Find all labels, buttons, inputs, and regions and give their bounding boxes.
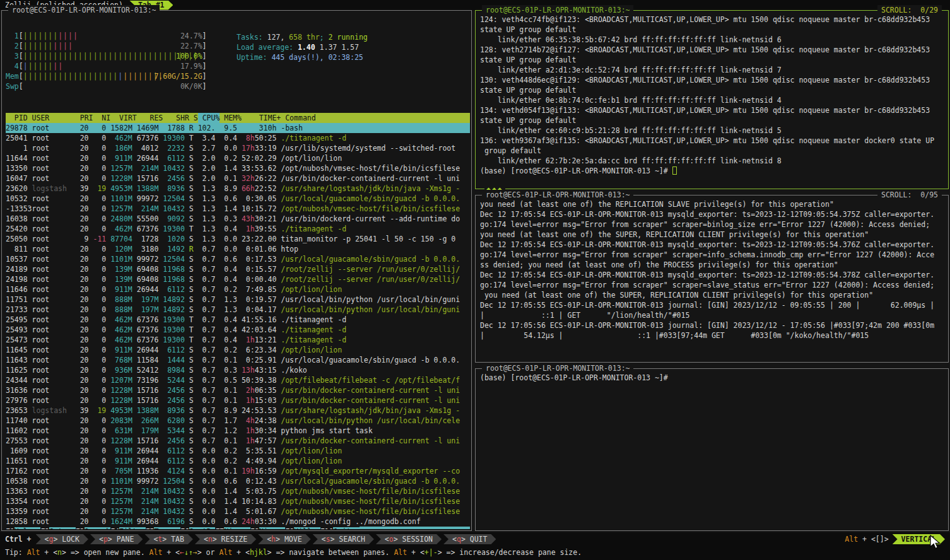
process-row[interactable]: -13353 root20 0 1257M 214M 10432 S 1.3 1… <box>6 204 470 214</box>
cell-command: python jms start task <box>281 426 470 436</box>
process-row[interactable]: 10532 root20 0 1101M 99972 12504 S 1.3 0… <box>6 194 470 204</box>
cell-cpu: 0.0 <box>198 496 216 506</box>
zellij-screen: Zellij (polished-accordion) Tab #1 root@… <box>0 0 950 560</box>
cell-user: root <box>32 446 76 456</box>
fkey-item[interactable]: F10Quit <box>320 527 360 529</box>
process-row[interactable]: 27553 root20 0 1228M 15716 2456 S 0.7 0.… <box>6 436 470 446</box>
column-gap <box>237 496 242 506</box>
process-row[interactable]: 25050 root9 -11 87704 1728 1020 S 1.3 0.… <box>6 234 470 244</box>
process-row[interactable]: 13363 root20 0 1257M 214M 10432 S 0.0 1.… <box>6 486 470 496</box>
process-row[interactable]: 10537 root20 0 1101M 99972 12504 S 0.7 0… <box>6 254 470 264</box>
process-row[interactable]: 25473 root20 0 462M 67376 19300 T 0.7 0.… <box>6 335 470 345</box>
process-row[interactable]: 11645 root20 0 911M 26944 6112 S 0.7 0.2… <box>6 345 470 355</box>
keybind-ribbon-tab[interactable]: <t> TAB <box>144 534 193 544</box>
pane-terminal-bottom[interactable]: root@ECS-01P-LR-OPR-MONITOR-013:~ (base)… <box>475 368 949 531</box>
fkey-item[interactable]: F3Search <box>76 527 110 529</box>
cell-virt: 1228M <box>110 385 132 395</box>
process-row[interactable]: 16038 root20 0 2480M 55500 9092 S 1.3 0.… <box>6 214 470 224</box>
cell-command: /usr/bin/dockerd-current --add-runtime d… <box>281 214 470 224</box>
process-row[interactable]: 23653 logstash39 19 4953M 1388M 8936 S 0… <box>6 405 470 416</box>
process-row[interactable]: 29878 root20 0 1582M 1469M 1788 R 102. 9… <box>6 123 470 133</box>
keybind-ribbon-quit[interactable]: <q> QUIT <box>443 534 496 544</box>
fkey-item[interactable]: F1Help <box>6 527 40 529</box>
fkey-item[interactable]: F4Filter <box>110 527 145 529</box>
cell-mem: 0.4 <box>220 335 237 345</box>
cell-command: /opt/nubosh/vmsec-host/file/bin/icsfiles… <box>281 506 470 516</box>
cell-user: root <box>32 466 76 476</box>
keybind-ribbon-lock[interactable]: <g> LOCK <box>36 534 88 544</box>
fkey-item[interactable]: F8Nice + <box>250 527 285 529</box>
process-row[interactable]: 811 root20 0 120M 3180 1492 R 0.7 0.0 0:… <box>6 244 470 254</box>
process-row[interactable]: 11602 root20 0 631M 179M 5344 S 0.7 1.2 … <box>6 426 470 436</box>
column-gap <box>215 355 220 365</box>
process-row[interactable]: 1609 root20 0 911M 26944 6112 S 0.0 0.2 … <box>6 446 470 456</box>
cell-cpu: 0.7 <box>198 254 216 264</box>
process-row[interactable]: 16047 root20 0 1228M 15716 2456 S 2.0 0.… <box>6 173 470 184</box>
fkey-item[interactable]: F5Tree <box>146 527 180 529</box>
column-gap <box>106 143 110 153</box>
fkey-item[interactable]: F6SortBy <box>180 527 215 529</box>
cell-user: root <box>32 426 76 436</box>
process-row[interactable]: 11651 root20 0 911M 26944 6112 S 0.0 0.2… <box>6 456 470 466</box>
pane-terminal-top[interactable]: root@ECS-01P-LR-OPR-MONITOR-013:~ SCROLL… <box>475 10 949 189</box>
pane-terminal-middle[interactable]: root@ECS-01P-LR-OPR-MONITOR-013:~ SCROLL… <box>475 195 949 363</box>
cell-mem: 0.5 <box>220 375 237 385</box>
process-row[interactable]: 25495 root20 0 462M 67376 19300 T 0.7 0.… <box>6 315 470 325</box>
fkey-item[interactable]: F2Setup <box>40 527 75 529</box>
process-row[interactable]: 24189 root20 0 139M 69408 11968 S 0.7 0.… <box>6 264 470 274</box>
keybind-ribbon-pane[interactable]: <p> PANE <box>90 534 143 544</box>
process-row[interactable]: 23620 logstash39 19 4953M 1388M 8936 S 1… <box>6 184 470 194</box>
text-span: Load average: <box>237 43 298 52</box>
cell-pid: 16038 <box>6 214 28 224</box>
process-row[interactable]: 13354 root20 0 1257M 214M 10432 S 0.0 1.… <box>6 496 470 506</box>
keybind-ribbon-move[interactable]: <h> MOVE <box>258 534 310 544</box>
cell-shr: 10432 <box>163 163 185 173</box>
text-span: 42:03.64 <box>242 325 276 334</box>
meter-bar-segment: ||||||||||||||||||||||||||||||||||| <box>23 52 198 61</box>
process-row[interactable]: 21733 root20 0 888M 197M 14892 S 0.7 1.3… <box>6 305 470 315</box>
process-row[interactable]: 24344 root20 0 1207M 73196 5244 S 0.7 0.… <box>6 375 470 385</box>
column-gap <box>158 264 163 274</box>
cell-pid: 811 <box>6 244 28 254</box>
keybind-ribbon-session[interactable]: <o> SESSION <box>376 534 442 544</box>
process-row[interactable]: 17162 root20 0 705M 11936 4124 S 0.0 0.1… <box>6 466 470 476</box>
cell-pid: 23653 <box>6 405 28 416</box>
column-gap <box>237 224 242 234</box>
process-row[interactable]: 11643 root20 0 768M 11584 1444 S 0.7 0.1… <box>6 355 470 365</box>
process-row[interactable]: 12858 root20 0 1624M 99368 6196 S 0.0 0.… <box>6 516 470 527</box>
pane-area: root@ECS-01P-LR-OPR-MONITOR-013:~ 1[||||… <box>1 10 949 531</box>
process-row[interactable]: 1 root20 0 186M 4012 2232 S 2.7 0.0 17h3… <box>6 143 470 153</box>
process-row[interactable]: 10538 root20 0 1101M 99972 12504 S 0.0 0… <box>6 476 470 486</box>
cell-shr: 2456 <box>163 385 185 395</box>
process-row[interactable]: 27976 root20 0 1228M 15716 2456 S 0.7 0.… <box>6 395 470 405</box>
cell-command: /root/zellij --server /run/user/0/zellij… <box>281 274 470 284</box>
process-row[interactable]: 11625 root20 0 936M 52412 8984 S 0.7 0.3… <box>6 365 470 375</box>
process-row[interactable]: 11644 root20 0 911M 26944 6112 S 2.0 0.2… <box>6 153 470 163</box>
process-row[interactable]: 31636 root20 0 1228M 15716 2456 S 0.7 0.… <box>6 385 470 395</box>
column-gap <box>194 466 198 476</box>
process-table-header[interactable]: PID USER PRI NI VIRT RES SHR S CPU% MEM%… <box>6 113 470 123</box>
fkey-item[interactable]: F9Kill <box>285 527 320 529</box>
process-row[interactable]: 11646 root20 0 911M 26944 6112 S 0.7 0.2… <box>6 284 470 295</box>
cell-time: 43h30:21 <box>242 214 276 224</box>
process-row[interactable]: 25493 root20 0 462M 67376 19300 T 0.7 0.… <box>6 325 470 335</box>
process-row[interactable]: 13350 root20 0 1257M 214M 10432 S 2.0 1.… <box>6 163 470 173</box>
process-row[interactable]: 13359 root20 0 1257M 214M 10432 S 0.0 1.… <box>6 506 470 516</box>
keybind-ribbon-resize[interactable]: <n> RESIZE <box>195 534 256 544</box>
process-row[interactable]: 25041 root20 0 462M 67376 19300 T 3.4 0.… <box>6 133 470 143</box>
keybind-ribbon-search[interactable]: <s> SEARCH <box>313 534 374 544</box>
cell-virt: 768M <box>110 355 132 365</box>
cell-pri: 20 <box>76 254 89 264</box>
column-gap <box>106 416 110 426</box>
meter-bar: |||||||||||24.7% <box>23 31 202 41</box>
fkey-item[interactable]: F7Nice - <box>215 527 250 529</box>
text-span: 0:30.05 <box>246 194 276 203</box>
process-row[interactable]: 11751 root20 0 888M 197M 14892 S 0.7 1.3… <box>6 295 470 305</box>
pane-htop[interactable]: root@ECS-01P-LR-OPR-MONITOR-013:~ 1[||||… <box>1 10 472 531</box>
cell-virt: 120M <box>110 244 132 254</box>
text-span: 03:30 <box>255 517 277 526</box>
column-gap <box>237 476 242 486</box>
process-row[interactable]: 24198 root20 0 139M 69408 11968 S 0.7 0.… <box>6 274 470 284</box>
process-row[interactable]: 25420 root20 0 462M 67376 19300 T 1.3 0.… <box>6 224 470 234</box>
process-row[interactable]: 11740 root20 0 2083M 266M 6280 S 0.7 1.7… <box>6 416 470 426</box>
